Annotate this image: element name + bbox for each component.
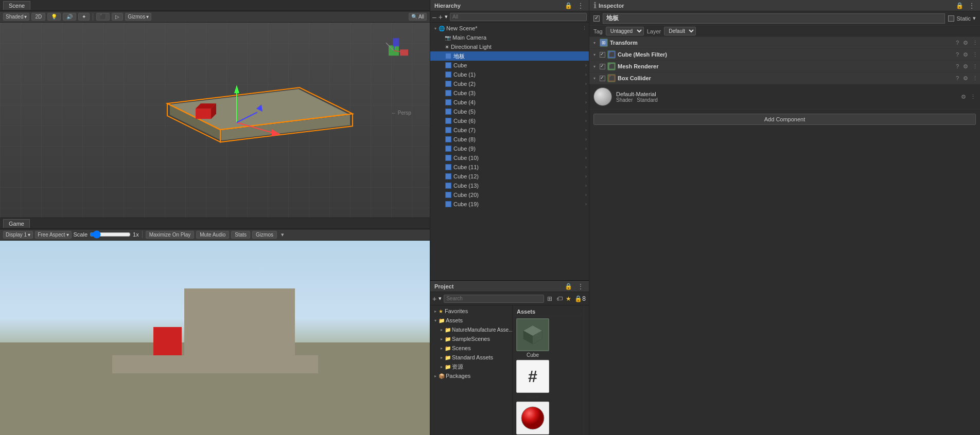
static-checkbox[interactable] bbox=[948, 15, 954, 22]
collider-checkbox[interactable] bbox=[600, 76, 605, 81]
tree-item-cube20[interactable]: Cube (20) › bbox=[430, 190, 589, 200]
tree-item-cube2[interactable]: Cube (2) › bbox=[430, 79, 589, 88]
renderer-help-icon[interactable]: ? bbox=[956, 63, 959, 70]
folder-resources[interactable]: 📁 资源 bbox=[430, 362, 512, 371]
all-dropdown[interactable]: 🔍 All bbox=[409, 13, 427, 21]
scene-view[interactable]: x y ← Persp bbox=[0, 23, 430, 218]
layer-dropdown[interactable]: Default bbox=[664, 27, 696, 35]
transform-more-icon[interactable]: ⋮ bbox=[972, 40, 978, 46]
hierarchy-search[interactable] bbox=[450, 13, 587, 21]
shading-dropdown[interactable]: Shaded ▾ bbox=[3, 13, 29, 21]
tree-item-cube7[interactable]: Cube (7) › bbox=[430, 125, 589, 135]
tree-item-cube12[interactable]: Cube (12) › bbox=[430, 172, 589, 181]
folder-scenes[interactable]: 📁 Scenes bbox=[430, 343, 512, 353]
mesh-more-icon[interactable]: ⋮ bbox=[972, 51, 978, 58]
renderer-settings-icon[interactable]: ⚙ bbox=[963, 63, 968, 70]
mesh-checkbox[interactable] bbox=[600, 52, 605, 58]
game-gizmos-button[interactable]: Gizmos bbox=[252, 231, 277, 239]
game-canvas[interactable] bbox=[0, 241, 430, 436]
tree-item-cube10[interactable]: Cube (10) › bbox=[430, 153, 589, 162]
project-star-icon[interactable]: ★ bbox=[566, 295, 571, 302]
maximize-button[interactable]: Maximize On Play bbox=[146, 231, 195, 239]
transform-header[interactable]: ⊞ Transform ? ⚙ ⋮ bbox=[589, 37, 980, 48]
tree-item-floor[interactable]: 地板 bbox=[430, 51, 589, 61]
tree-item-cube1[interactable]: Cube (1) › bbox=[430, 70, 589, 79]
shader-value[interactable]: Standard bbox=[637, 97, 658, 103]
scene-more[interactable]: ⋮ bbox=[582, 26, 587, 31]
project-scrollbar[interactable] bbox=[584, 305, 589, 435]
project-lock-icon[interactable]: 🔒 bbox=[564, 283, 573, 290]
folder-assets[interactable]: 📁 Assets bbox=[430, 316, 512, 325]
mute-button[interactable]: Mute Audio bbox=[196, 231, 229, 239]
tree-item-cube9[interactable]: Cube (9) › bbox=[430, 144, 589, 153]
favorites-item[interactable]: ★ Favorites bbox=[430, 306, 512, 316]
static-dropdown[interactable]: ▾ bbox=[973, 15, 976, 22]
folder-nature[interactable]: 📁 NatureManufacture Asse... bbox=[430, 325, 512, 334]
object-active-checkbox[interactable] bbox=[593, 15, 600, 22]
hierarchy-minus[interactable]: – bbox=[432, 13, 436, 21]
stats-button[interactable]: Stats bbox=[231, 231, 250, 239]
mesh-help-icon[interactable]: ? bbox=[956, 51, 959, 58]
object-name-input[interactable] bbox=[603, 13, 945, 24]
tree-item-cube6[interactable]: Cube (6) › bbox=[430, 116, 589, 125]
tree-item-camera[interactable]: 📷 Main Camera bbox=[430, 33, 589, 42]
transform-settings-icon[interactable]: ⚙ bbox=[963, 40, 968, 46]
renderer-more-icon[interactable]: ⋮ bbox=[972, 63, 978, 70]
folder-standard[interactable]: 📁 Standard Assets bbox=[430, 353, 512, 362]
transform-help-icon[interactable]: ? bbox=[956, 40, 959, 46]
tree-item-cube5[interactable]: Cube (5) › bbox=[430, 107, 589, 116]
cube-arrow-2 bbox=[439, 81, 445, 87]
asset-redball[interactable]: RedBall bbox=[515, 402, 551, 435]
collider-help-icon[interactable]: ? bbox=[956, 75, 959, 82]
scale-slider[interactable] bbox=[90, 232, 131, 237]
mode-2d-button[interactable]: 2D bbox=[31, 13, 45, 21]
tree-item-scene[interactable]: 🌐 New Scene* ⋮ bbox=[430, 24, 589, 33]
audio-toggle[interactable]: 🔊 bbox=[63, 13, 76, 21]
tree-item-cube11[interactable]: Cube (11) › bbox=[430, 162, 589, 172]
project-search[interactable] bbox=[444, 295, 544, 303]
fx-toggle[interactable]: ✦ bbox=[78, 13, 90, 21]
hierarchy-lock-icon[interactable]: 🔒 bbox=[564, 2, 573, 9]
mesh-filter-header[interactable]: ⬛ Cube (Mesh Filter) ? ⚙ ⋮ bbox=[589, 49, 980, 60]
mesh-renderer-header[interactable]: ⬛ Mesh Renderer ? ⚙ ⋮ bbox=[589, 61, 980, 72]
collider-more-icon[interactable]: ⋮ bbox=[972, 75, 978, 82]
tree-item-light[interactable]: ☀ Directional Light bbox=[430, 42, 589, 51]
scene-tool2[interactable]: ▷ bbox=[112, 13, 123, 21]
asset-cube[interactable]: Cube bbox=[515, 318, 551, 358]
display-dropdown[interactable]: Display 1 ▾ bbox=[3, 231, 33, 239]
tab-game[interactable]: Game bbox=[3, 219, 30, 228]
project-more-icon[interactable]: ⋮ bbox=[576, 283, 585, 290]
hierarchy-plus[interactable]: + bbox=[439, 13, 443, 21]
tree-item-cube19[interactable]: Cube (19) › bbox=[430, 200, 589, 209]
project-plus[interactable]: + bbox=[432, 295, 436, 303]
gizmos-dropdown[interactable]: Gizmos ▾ bbox=[125, 13, 151, 21]
game-more-icon[interactable]: ▾ bbox=[281, 231, 284, 238]
box-collider-header[interactable]: ⬛ Box Collider ? ⚙ ⋮ bbox=[589, 72, 980, 84]
hierarchy-more-icon[interactable]: ⋮ bbox=[576, 2, 585, 9]
inspector-lock-icon[interactable]: 🔒 bbox=[955, 2, 965, 9]
collider-settings-icon[interactable]: ⚙ bbox=[963, 75, 968, 82]
asset-move[interactable]: # move bbox=[515, 360, 551, 400]
tree-item-cube8[interactable]: Cube (8) › bbox=[430, 135, 589, 144]
project-tag-icon[interactable]: 🏷 bbox=[555, 295, 564, 302]
material-more-icon[interactable]: ⋮ bbox=[970, 94, 976, 100]
tree-item-cube13[interactable]: Cube (13) › bbox=[430, 181, 589, 190]
tree-item-cube3[interactable]: Cube (3) › bbox=[430, 88, 589, 98]
aspect-dropdown[interactable]: Free Aspect ▾ bbox=[35, 231, 71, 239]
project-filter-icon[interactable]: ⊞ bbox=[546, 295, 553, 302]
scene-tool1[interactable]: ⬛ bbox=[96, 13, 110, 21]
floor-label: 地板 bbox=[453, 52, 465, 60]
renderer-checkbox[interactable] bbox=[600, 64, 605, 69]
add-component-button[interactable]: Add Component bbox=[593, 114, 976, 125]
folder-packages[interactable]: 📦 Packages bbox=[430, 371, 512, 380]
tree-item-cube4[interactable]: Cube (4) › bbox=[430, 98, 589, 107]
inspector-more-icon[interactable]: ⋮ bbox=[968, 2, 976, 9]
material-settings-icon[interactable]: ⚙ bbox=[961, 94, 966, 100]
material-name[interactable]: Default-Material bbox=[616, 91, 957, 97]
tag-dropdown[interactable]: Untagged bbox=[606, 27, 644, 35]
light-toggle[interactable]: 💡 bbox=[47, 13, 61, 21]
tree-item-cube[interactable]: Cube › bbox=[430, 61, 589, 70]
folder-sample[interactable]: 📁 SampleScenes bbox=[430, 334, 512, 343]
mesh-settings-icon[interactable]: ⚙ bbox=[963, 51, 968, 58]
tab-scene[interactable]: Scene bbox=[3, 1, 30, 10]
